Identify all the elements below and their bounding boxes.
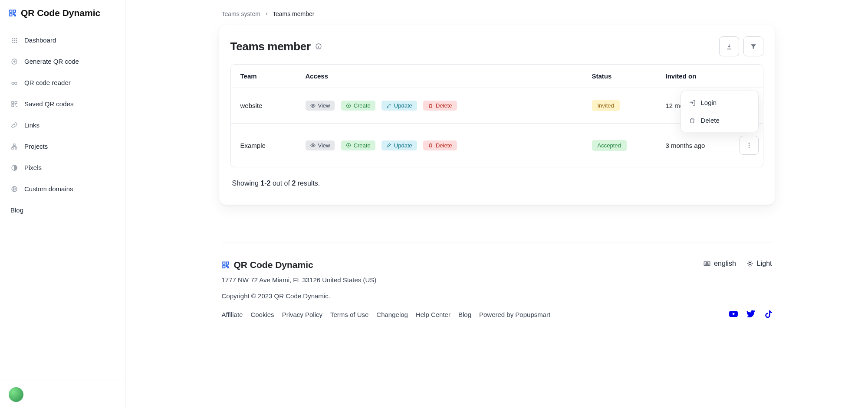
svg-rect-9 [12, 42, 13, 43]
cell-status: Accepted [582, 123, 656, 167]
svg-rect-32 [226, 262, 228, 264]
svg-point-28 [748, 143, 749, 144]
teams-member-card: Teams member [219, 25, 775, 205]
access-badge-create: Create [341, 140, 375, 150]
badge-label: Update [394, 102, 412, 109]
footer-link-blog[interactable]: Blog [458, 311, 471, 318]
theme-label: Light [757, 260, 772, 268]
kebab-icon [746, 142, 753, 149]
theme-switcher[interactable]: Light [746, 260, 772, 268]
sidebar-item-label: Generate QR code [24, 58, 79, 65]
row-actions-button[interactable] [740, 136, 759, 155]
sidebar-item-reader[interactable]: QR code reader [0, 72, 125, 93]
qr-icon [10, 101, 18, 108]
qr-logo-icon [222, 261, 230, 269]
breadcrumb-current: Teams member [273, 10, 314, 17]
tiktok-icon [763, 313, 772, 320]
svg-point-36 [749, 262, 751, 264]
footer-link-terms[interactable]: Terms of Use [330, 311, 368, 318]
access-badge-update: Update [381, 140, 417, 150]
results-range: 1-2 [260, 180, 270, 187]
filter-button[interactable] [743, 36, 763, 56]
brand-name: QR Code Dynamic [234, 260, 313, 270]
footer-logo[interactable]: QR Code Dynamic [222, 260, 377, 270]
results-total: 2 [292, 180, 296, 187]
breadcrumb-parent[interactable]: Teams system [222, 10, 260, 17]
results-suffix: results. [296, 180, 320, 187]
badge-label: View [318, 102, 330, 109]
footer-link-help[interactable]: Help Center [416, 311, 450, 318]
sidebar-item-domains[interactable]: Custom domains [0, 178, 125, 199]
row-actions-dropdown: Login Delete [681, 91, 759, 132]
svg-rect-34 [704, 262, 707, 265]
sidebar-item-label: Blog [10, 206, 23, 214]
svg-rect-20 [15, 147, 17, 149]
badge-label: Create [354, 102, 371, 109]
col-header-team: Team [231, 65, 296, 88]
footer-link-changelog[interactable]: Changelog [376, 311, 408, 318]
main: Teams system Teams member Teams member [125, 0, 868, 408]
plus-circle-icon [346, 143, 351, 148]
plus-circle-icon [346, 103, 351, 108]
footer-link-affiliate[interactable]: Affiliate [222, 311, 243, 318]
link-icon [10, 122, 18, 129]
col-header-status: Status [582, 65, 656, 88]
svg-point-30 [748, 147, 749, 147]
results-summary: Showing 1-2 out of 2 results. [230, 180, 763, 187]
page-title: Teams member [230, 40, 311, 53]
dropdown-login[interactable]: Login [681, 94, 758, 111]
svg-rect-8 [16, 39, 17, 41]
sidebar-item-projects[interactable]: Projects [0, 136, 125, 157]
svg-rect-6 [12, 39, 13, 41]
info-icon[interactable] [315, 43, 322, 50]
sidebar-item-blog[interactable]: Blog [0, 199, 125, 221]
sidebar: QR Code Dynamic Dashboard Generate QR co… [0, 0, 125, 408]
social-twitter[interactable] [746, 309, 756, 320]
footer-address: 1777 NW 72 Ave Miami, FL 33126 United St… [222, 276, 377, 284]
footer-link-cookies[interactable]: Cookies [250, 311, 274, 318]
access-badge-delete: Delete [423, 140, 457, 150]
footer: QR Code Dynamic 1777 NW 72 Ave Miami, FL… [219, 205, 775, 333]
status-badge: Accepted [592, 140, 627, 151]
language-label: english [714, 260, 736, 268]
social-youtube[interactable] [729, 309, 738, 320]
brand-logo[interactable]: QR Code Dynamic [0, 0, 125, 26]
sidebar-item-dashboard[interactable]: Dashboard [0, 29, 125, 51]
dropdown-delete[interactable]: Delete [681, 111, 758, 129]
twitter-icon [746, 313, 756, 320]
svg-point-26 [312, 145, 313, 146]
svg-point-13 [12, 82, 14, 84]
badge-label: View [318, 142, 330, 149]
badge-label: Delete [436, 102, 452, 109]
sidebar-user[interactable] [0, 381, 125, 408]
sidebar-item-generate[interactable]: Generate QR code [0, 51, 125, 72]
svg-point-14 [15, 82, 17, 84]
badge-label: Delete [436, 142, 452, 149]
sidebar-item-label: Pixels [24, 164, 42, 171]
filter-icon [750, 43, 757, 50]
download-button[interactable] [719, 36, 739, 56]
language-switcher[interactable]: english [704, 260, 736, 268]
svg-rect-10 [14, 42, 15, 43]
footer-link-powered[interactable]: Powered by Popupsmart [479, 311, 550, 318]
footer-link-privacy[interactable]: Privacy Policy [282, 311, 322, 318]
cell-team: Example [231, 123, 296, 167]
social-tiktok[interactable] [763, 310, 772, 320]
footer-divider [222, 242, 772, 242]
eye-icon [310, 143, 316, 148]
trash-icon [428, 143, 433, 148]
access-badge-delete: Delete [423, 101, 457, 111]
footer-copyright: Copyright © 2023 QR Code Dynamic. [222, 292, 377, 300]
trash-icon [689, 117, 696, 124]
cell-access: View Create Update Delete [296, 123, 582, 167]
svg-rect-17 [12, 104, 14, 107]
sidebar-item-saved[interactable]: Saved QR codes [0, 93, 125, 114]
teams-table: Team Access Status Invited on website [230, 64, 763, 167]
pencil-icon [386, 143, 391, 148]
svg-rect-15 [12, 101, 14, 104]
pencil-icon [386, 103, 391, 108]
avatar [9, 387, 23, 402]
sidebar-item-links[interactable]: Links [0, 114, 125, 136]
svg-rect-5 [16, 38, 17, 39]
sidebar-item-pixels[interactable]: Pixels [0, 157, 125, 178]
